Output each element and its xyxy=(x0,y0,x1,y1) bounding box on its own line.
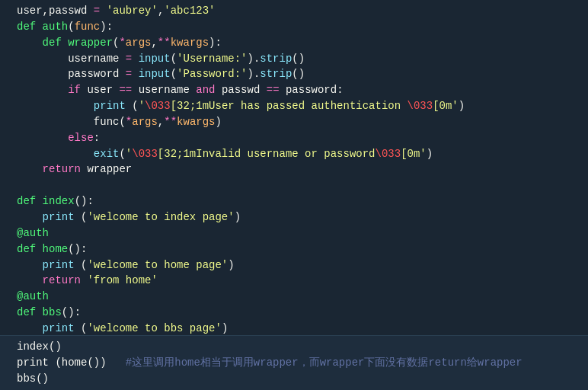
code-line-12 xyxy=(0,177,588,193)
output-line-3: bbs() xyxy=(0,371,588,387)
output-line-1: index() xyxy=(0,339,588,355)
code-line-3: def wrapper(*args,**kwargs): xyxy=(0,35,588,51)
code-line-21: print ('welcome to bbs page') xyxy=(0,321,588,335)
code-line-18: return 'from home' xyxy=(0,273,588,289)
code-line-19: @auth xyxy=(0,289,588,305)
code-line-7: print ('\033[32;1mUser has passed authen… xyxy=(0,98,588,114)
code-line-16: def home(): xyxy=(0,241,588,257)
code-line-2: def auth(func): xyxy=(0,19,588,35)
code-line-9: else: xyxy=(0,130,588,146)
code-line-4: username = input('Username:').strip() xyxy=(0,51,588,67)
code-line-13: def index(): xyxy=(0,193,588,209)
code-line-15: @auth xyxy=(0,225,588,241)
code-line-20: def bbs(): xyxy=(0,305,588,321)
output-line-2: print (home()) #这里调用home相当于调用wrapper，而wr… xyxy=(0,355,588,371)
code-line-17: print ('welcome to home page') xyxy=(0,257,588,273)
code-line-8: func(*args,**kwargs) xyxy=(0,114,588,130)
code-line-1: user,passwd = 'aubrey','abc123' xyxy=(0,3,588,19)
code-line-5: password = input('Password:').strip() xyxy=(0,66,588,82)
code-line-10: exit('\033[32;1mInvalid username or pass… xyxy=(0,146,588,162)
code-editor: user,passwd = 'aubrey','abc123' def auth… xyxy=(0,0,588,335)
output-panel: index() print (home()) #这里调用home相当于调用wra… xyxy=(0,335,588,390)
code-line-14: print ('welcome to index page') xyxy=(0,209,588,225)
code-line-6: if user == username and passwd == passwo… xyxy=(0,82,588,98)
code-line-11: return wrapper xyxy=(0,161,588,177)
